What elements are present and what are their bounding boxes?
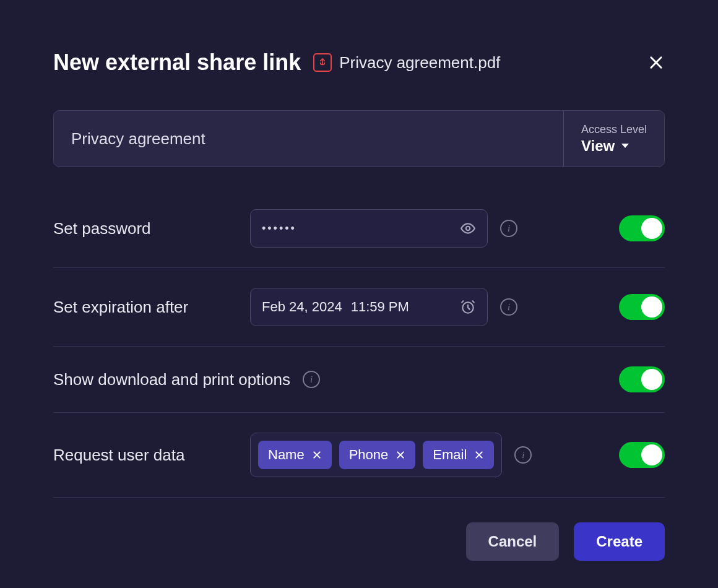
expiration-toggle[interactable] xyxy=(619,294,665,320)
link-name-input[interactable]: Privacy agreement xyxy=(54,111,563,166)
chip-remove-icon[interactable] xyxy=(396,450,405,460)
create-button[interactable]: Create xyxy=(574,522,665,561)
dialog-footer: Cancel Create xyxy=(53,522,665,561)
dialog-title: New external share link xyxy=(53,50,301,76)
chip-label: Name xyxy=(268,447,305,463)
chip-phone: Phone xyxy=(339,441,416,469)
chip-email: Email xyxy=(423,441,494,469)
access-level-value: View xyxy=(581,137,615,155)
password-input[interactable]: •••••• xyxy=(250,209,488,248)
password-masked: •••••• xyxy=(262,222,296,235)
request-data-row: Request user data Name Phone Email i xyxy=(53,413,665,498)
eye-icon[interactable] xyxy=(460,220,476,236)
chip-label: Phone xyxy=(349,447,389,463)
expiration-input[interactable]: Feb 24, 2024 11:59 PM xyxy=(250,288,488,326)
clock-icon xyxy=(460,299,476,315)
expiration-label: Set expiration after xyxy=(53,298,238,317)
expiration-date: Feb 24, 2024 xyxy=(262,299,342,315)
cancel-button[interactable]: Cancel xyxy=(466,522,560,561)
name-access-field: Privacy agreement Access Level View xyxy=(53,110,665,167)
info-icon[interactable]: i xyxy=(303,371,320,388)
chip-remove-icon[interactable] xyxy=(312,450,322,460)
pdf-icon xyxy=(313,53,332,72)
dialog-header: New external share link Privacy agreemen… xyxy=(53,50,665,76)
request-data-label: Request user data xyxy=(53,446,238,465)
close-button[interactable] xyxy=(647,54,665,71)
chip-name: Name xyxy=(258,441,332,469)
info-icon[interactable]: i xyxy=(500,298,517,316)
file-indicator: Privacy agreement.pdf xyxy=(313,53,500,72)
file-name: Privacy agreement.pdf xyxy=(339,53,500,72)
password-label: Set password xyxy=(53,219,238,238)
download-label: Show download and print options xyxy=(53,370,290,389)
password-toggle[interactable] xyxy=(619,215,665,241)
svg-point-2 xyxy=(466,227,470,231)
expiration-time: 11:59 PM xyxy=(351,299,409,315)
chip-remove-icon[interactable] xyxy=(474,450,484,460)
download-row: Show download and print options i xyxy=(53,347,665,413)
info-icon[interactable]: i xyxy=(514,446,532,464)
password-row: Set password •••••• i xyxy=(53,189,665,268)
chip-label: Email xyxy=(433,447,467,463)
request-data-chipbox[interactable]: Name Phone Email xyxy=(250,433,502,477)
caret-down-icon xyxy=(621,143,629,149)
info-icon[interactable]: i xyxy=(500,220,517,237)
access-level-dropdown[interactable]: Access Level View xyxy=(563,111,664,166)
expiration-row: Set expiration after Feb 24, 2024 11:59 … xyxy=(53,268,665,347)
download-toggle[interactable] xyxy=(619,366,665,392)
access-level-label: Access Level xyxy=(581,123,647,136)
request-data-toggle[interactable] xyxy=(619,442,665,468)
